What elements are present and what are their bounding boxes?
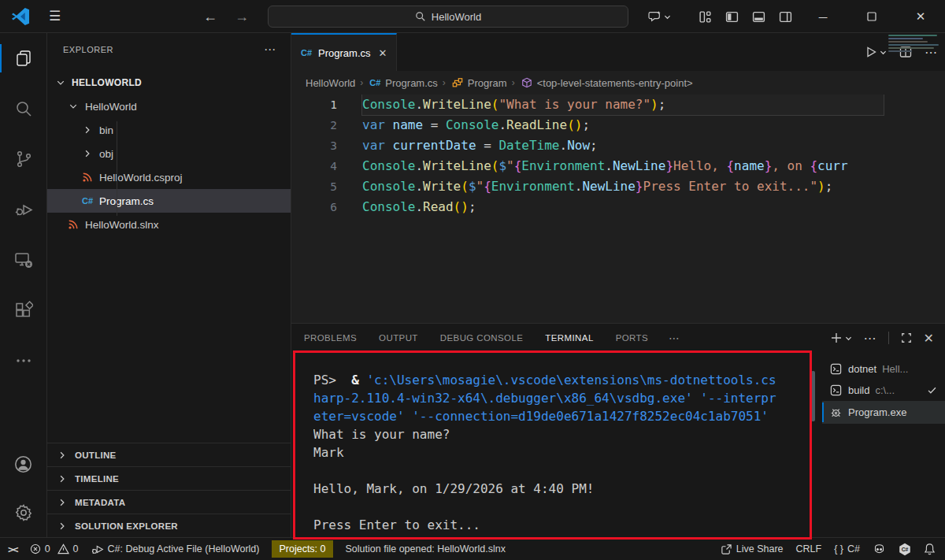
tree-item-label: Program.cs bbox=[99, 195, 154, 207]
tree-item-bin[interactable]: bin bbox=[47, 118, 291, 142]
terminal-line bbox=[313, 498, 811, 516]
source-control-icon[interactable] bbox=[0, 134, 46, 184]
maximize-button[interactable] bbox=[847, 0, 896, 33]
csharp-file-icon: C# bbox=[368, 78, 382, 87]
menu-icon[interactable]: ☰ bbox=[49, 8, 61, 24]
tab-close-icon[interactable]: ✕ bbox=[379, 47, 387, 59]
new-terminal-icon[interactable] bbox=[831, 332, 852, 343]
svg-text:C#: C# bbox=[902, 547, 909, 552]
panel-tabs-more-icon[interactable]: ⋯ bbox=[669, 332, 680, 344]
minimap[interactable] bbox=[888, 35, 942, 57]
section-solution-explorer[interactable]: SOLUTION EXPLORER bbox=[47, 514, 291, 537]
code-line-6[interactable]: 6Console.Read(); bbox=[291, 197, 945, 217]
command-center-search[interactable]: HelloWorld bbox=[268, 6, 628, 28]
breadcrumb-item[interactable]: <top-level-statements-entry-point> bbox=[520, 77, 693, 89]
panel-tab-problems[interactable]: PROBLEMS bbox=[304, 324, 357, 352]
section-outline[interactable]: OUTLINE bbox=[47, 443, 291, 466]
search-icon bbox=[415, 11, 426, 22]
tree-item-label: HelloWorld.slnx bbox=[85, 219, 159, 231]
terminal-tab-dotnet[interactable]: dotnetHell... bbox=[822, 358, 945, 380]
accounts-icon[interactable] bbox=[0, 439, 46, 488]
toggle-secondary-sidebar-icon[interactable] bbox=[772, 0, 799, 33]
workspace-root-helloworld[interactable]: HELLOWORLD bbox=[47, 71, 291, 95]
section-timeline[interactable]: TIMELINE bbox=[47, 466, 291, 490]
maximize-panel-icon[interactable] bbox=[901, 332, 912, 343]
tree-item-obj[interactable]: obj bbox=[47, 142, 291, 165]
close-button[interactable]: ✕ bbox=[896, 0, 945, 33]
line-number: 5 bbox=[291, 176, 337, 197]
tree-item-helloworld[interactable]: HelloWorld bbox=[47, 95, 291, 118]
toggle-primary-sidebar-icon[interactable] bbox=[718, 0, 745, 33]
projects-status-badge[interactable]: Projects: 0 bbox=[272, 540, 332, 558]
notifications-bell-icon[interactable] bbox=[924, 538, 936, 560]
code-editor[interactable]: 1Console.WriteLine("What is your name?")… bbox=[291, 95, 945, 323]
panel-tab-output[interactable]: OUTPUT bbox=[379, 324, 418, 352]
tree-item-label: obj bbox=[99, 148, 113, 160]
panel-tab-terminal[interactable]: TERMINAL bbox=[545, 324, 593, 352]
eol-indicator[interactable]: CRLF bbox=[796, 538, 822, 560]
terminal-output[interactable]: PS> & 'c:\Users\mosagie\.vscode\extensio… bbox=[313, 352, 811, 537]
back-arrow-icon[interactable]: ← bbox=[203, 9, 217, 25]
settings-gear-icon[interactable] bbox=[0, 488, 46, 537]
panel-tab-ports[interactable]: PORTS bbox=[616, 324, 648, 352]
breadcrumb-item[interactable]: C#Program.cs bbox=[368, 77, 437, 89]
explorer-more-actions-icon[interactable]: ⋯ bbox=[264, 43, 276, 57]
toggle-panel-icon[interactable] bbox=[745, 0, 772, 33]
extensions-icon[interactable] bbox=[0, 285, 46, 336]
code-line-3[interactable]: 3var currentDate = DateTime.Now; bbox=[291, 135, 945, 156]
copilot-chat-icon[interactable] bbox=[641, 0, 677, 33]
solution-status[interactable]: Solution file opened: HelloWorld.slnx bbox=[346, 538, 506, 560]
search-icon[interactable] bbox=[0, 83, 46, 134]
tree-item-program-cs[interactable]: C#Program.cs bbox=[47, 189, 291, 213]
more-actions-icon[interactable] bbox=[0, 336, 46, 386]
debug-program-icon bbox=[828, 406, 843, 418]
breadcrumb-separator: › bbox=[443, 77, 446, 88]
tree-item-helloworld-csproj[interactable]: HelloWorld.csproj bbox=[47, 165, 291, 189]
copilot-status-icon[interactable] bbox=[873, 538, 886, 560]
problems-indicator[interactable]: 0 0 bbox=[30, 538, 79, 560]
tree-item-helloworld-slnx[interactable]: HelloWorld.slnx bbox=[47, 213, 291, 236]
title-bar: ☰ ← → HelloWorld ─ ✕ bbox=[0, 0, 945, 33]
terminal-tab-build[interactable]: buildc:\... bbox=[822, 380, 945, 401]
tab-program-cs[interactable]: C# Program.cs ✕ bbox=[291, 33, 397, 71]
panel-more-actions-icon[interactable]: ⋯ bbox=[864, 331, 876, 346]
customize-layout-icon[interactable] bbox=[691, 0, 718, 33]
bottom-panel: PROBLEMSOUTPUTDEBUG CONSOLETERMINALPORTS… bbox=[291, 323, 945, 537]
run-button[interactable] bbox=[865, 46, 887, 58]
code-line-2[interactable]: 2var name = Console.ReadLine(); bbox=[291, 115, 945, 135]
chevron-right-icon bbox=[55, 451, 69, 460]
code-line-1[interactable]: 1Console.WriteLine("What is your name?")… bbox=[291, 95, 945, 115]
breadcrumb[interactable]: HelloWorld›C#Program.cs›Program›<top-lev… bbox=[291, 71, 945, 95]
csharp-devkit-icon[interactable]: C# bbox=[899, 538, 911, 560]
code-line-5[interactable]: 5Console.Write($"{Environment.NewLine}Pr… bbox=[291, 176, 945, 197]
panel-tab-debug-console[interactable]: DEBUG CONSOLE bbox=[440, 324, 524, 352]
debug-status[interactable]: C#: Debug Active File (HelloWorld) bbox=[91, 538, 260, 560]
terminal-tab-program-exe[interactable]: Program.exe bbox=[822, 401, 945, 424]
language-indicator[interactable]: { } C# bbox=[834, 538, 860, 560]
terminal-icon bbox=[828, 384, 843, 396]
breadcrumb-item[interactable]: Program bbox=[450, 77, 507, 89]
chevron-right-icon bbox=[80, 125, 94, 135]
editor-tab-bar: C# Program.cs ✕ bbox=[291, 33, 945, 71]
terminal-icon bbox=[828, 363, 843, 375]
forward-arrow-icon[interactable]: → bbox=[235, 9, 249, 25]
code-line-4[interactable]: 4Console.WriteLine($"{Environment.NewLin… bbox=[291, 156, 945, 176]
close-panel-icon[interactable]: ✕ bbox=[924, 331, 934, 346]
chevron-down-icon bbox=[66, 102, 80, 111]
run-and-debug-icon[interactable] bbox=[0, 184, 46, 235]
csharp-file-icon: C# bbox=[80, 196, 94, 206]
breadcrumb-item[interactable]: HelloWorld bbox=[306, 77, 355, 89]
symbol-class-icon bbox=[450, 77, 465, 88]
chevron-down-icon bbox=[54, 78, 68, 87]
minimize-button[interactable]: ─ bbox=[799, 0, 847, 33]
tab-label: Program.cs bbox=[318, 47, 370, 59]
remote-explorer-icon[interactable] bbox=[0, 235, 46, 285]
tree-item-label: HelloWorld bbox=[85, 101, 137, 113]
explorer-icon[interactable] bbox=[0, 33, 46, 83]
terminal-scrollbar[interactable] bbox=[811, 371, 815, 421]
remote-indicator-icon[interactable]: >< bbox=[8, 538, 17, 560]
tree-item-label: HelloWorld.csproj bbox=[99, 172, 183, 184]
explorer-tree: HelloWorldbinobjHelloWorld.csprojC#Progr… bbox=[47, 95, 291, 236]
live-share-button[interactable]: Live Share bbox=[721, 538, 784, 560]
section-metadata[interactable]: METADATA bbox=[47, 490, 291, 514]
